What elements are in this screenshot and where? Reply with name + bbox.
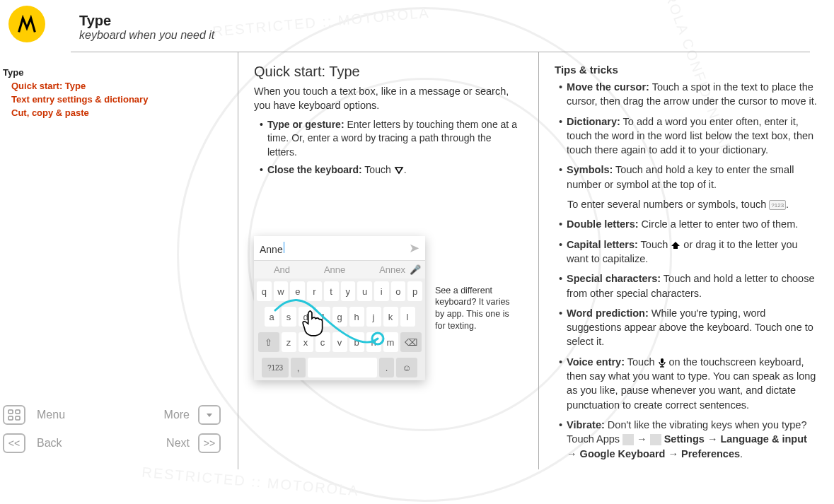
backspace-key: ⌫	[400, 332, 422, 352]
toc-heading: Type	[3, 66, 224, 80]
back-icon[interactable]: <<	[3, 433, 25, 453]
tip-move-cursor: •Move the cursor: Touch a spot in the te…	[559, 80, 817, 109]
toc-link-text-entry[interactable]: Text entry settings & dictionary	[11, 93, 224, 107]
key: h	[349, 307, 364, 327]
svg-rect-8	[661, 358, 664, 363]
tips-heading: Tips & tricks	[555, 64, 817, 76]
hand-pointer-icon	[298, 307, 328, 337]
menu-button[interactable]: Menu	[34, 409, 110, 421]
svg-rect-3	[16, 416, 20, 420]
key: n	[366, 332, 381, 352]
symbols-badge-icon: ?123	[769, 200, 786, 210]
key: j	[366, 307, 381, 327]
next-button[interactable]: Next	[116, 437, 192, 450]
key: o	[391, 281, 406, 301]
next-icon[interactable]: >>	[198, 433, 221, 453]
key: g	[332, 307, 347, 327]
back-button[interactable]: Back	[34, 437, 110, 450]
svg-marker-4	[207, 414, 212, 417]
period-key: .	[379, 358, 394, 377]
settings-icon	[650, 434, 661, 445]
key: m	[383, 332, 398, 352]
page-title: Type	[79, 13, 214, 29]
toc-link-quick-start[interactable]: Quick start: Type	[11, 80, 224, 93]
suggestion-1: And	[274, 264, 290, 275]
key: l	[400, 307, 415, 327]
key: i	[374, 281, 389, 301]
send-icon: ➤	[409, 240, 419, 256]
table-of-contents: Type Quick start: Type Text entry settin…	[3, 66, 224, 119]
key: v	[332, 332, 347, 352]
space-key	[308, 358, 377, 377]
key: u	[357, 281, 372, 301]
key: z	[282, 332, 296, 352]
emoji-key: ☺	[396, 358, 417, 377]
suggestion-3: Annex	[379, 264, 405, 275]
svg-rect-1	[16, 410, 20, 414]
key: e	[290, 281, 305, 301]
key: a	[265, 307, 279, 327]
key: s	[282, 307, 296, 327]
svg-rect-2	[8, 416, 13, 420]
tip-vibrate: •Vibrate: Don't like the vibrating keys …	[559, 418, 817, 461]
page-header: Type keyboard when you need it	[71, 0, 810, 52]
section-heading: Quick start: Type	[254, 64, 523, 80]
tip-dictionary: •Dictionary: To add a word you enter oft…	[559, 115, 817, 158]
kbd-typed-text: Anne	[260, 244, 283, 255]
tip-special-characters: •Special characters: Touch and hold a le…	[559, 271, 817, 300]
tip-symbols: •Symbols: Touch and hold a key to enter …	[559, 163, 817, 192]
apps-icon	[622, 434, 634, 445]
tip-word-prediction: •Word prediction: While you're typing, w…	[559, 306, 817, 349]
keyboard-note: See a different keyboard? It varies by a…	[435, 285, 520, 333]
comma-key: ,	[291, 358, 306, 377]
symbols-key: ?123	[262, 358, 289, 377]
tip-voice-entry: •Voice entry: Touch on the touchscreen k…	[559, 355, 817, 412]
key: r	[307, 281, 322, 301]
svg-marker-5	[395, 168, 402, 173]
nav-down-icon	[394, 165, 404, 175]
microphone-icon	[658, 356, 666, 368]
keyboard-screenshot: Anne ➤ And Anne Annex 🎤 q w e	[254, 236, 425, 380]
suggestion-2: Anne	[324, 264, 345, 275]
shift-icon	[671, 239, 680, 250]
page-subtitle: keyboard when you need it	[79, 29, 214, 42]
bullet-close-keyboard: • Close the keyboard: Touch .	[260, 163, 523, 177]
toc-link-cut-copy-paste[interactable]: Cut, copy & paste	[11, 107, 224, 120]
key: y	[341, 281, 356, 301]
menu-icon[interactable]	[3, 405, 25, 425]
key: q	[257, 281, 272, 301]
mic-icon: 🎤	[410, 264, 421, 275]
svg-rect-0	[8, 410, 13, 414]
key: b	[349, 332, 364, 352]
key: p	[407, 281, 422, 301]
svg-marker-7	[671, 242, 680, 249]
shift-key: ⇧	[258, 332, 279, 352]
motorola-logo-icon	[8, 6, 45, 42]
key: t	[324, 281, 339, 301]
section-intro: When you touch a text box, like in a mes…	[254, 84, 523, 112]
tip-double-letters: •Double letters: Circle a letter to ente…	[559, 217, 817, 231]
tip-capital-letters: •Capital letters: Touch or drag it to th…	[559, 238, 817, 266]
tip-symbols-sub: To enter several numbers or symbols, tou…	[567, 197, 817, 211]
bullet-type-or-gesture: • Type or gesture: Enter letters by touc…	[260, 118, 523, 159]
more-button[interactable]: More	[116, 409, 192, 421]
key: k	[383, 307, 398, 327]
key: w	[274, 281, 289, 301]
more-icon[interactable]	[198, 405, 221, 425]
